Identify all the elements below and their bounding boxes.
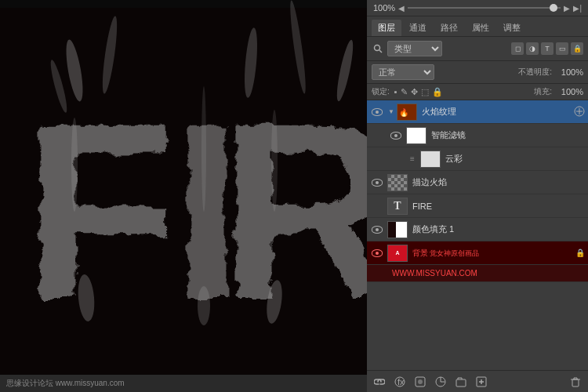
add-adjustment-button[interactable] [433, 374, 448, 390]
tab-adjustments[interactable]: 调整 [497, 20, 527, 36]
layer-clouds[interactable]: ≡ 云彩 [367, 147, 588, 171]
opacity-value: 100% [555, 67, 583, 77]
lock-label: 锁定: [372, 86, 390, 97]
bottom-toolbar: fx [367, 370, 588, 392]
layer-name-background: 背景觉女神原创画品 [412, 248, 574, 259]
link-layers-button[interactable] [372, 374, 387, 390]
blend-row: 正常 不透明度: 100% [367, 61, 588, 84]
layer-smart-filter[interactable]: 智能滤镜 [367, 124, 588, 147]
filter-pixel-icon[interactable]: ◻ [511, 42, 524, 55]
thumb-stroke-fire [387, 174, 408, 191]
svg-text:F: F [24, 71, 176, 351]
svg-point-28 [418, 379, 423, 384]
opacity-label: 不透明度: [518, 67, 552, 78]
zoom-right-arrow[interactable]: ▶ [564, 4, 570, 13]
svg-point-15 [271, 110, 278, 212]
layer-fire-texture[interactable]: ▼ 🔥 火焰纹理 [367, 100, 588, 124]
panels-area: 100% ◀ ▶ ▶| 图层 通道 路径 属性 调整 类型 [367, 0, 588, 392]
watermark-text: 思缘设计论坛 www.missyuan.com [6, 378, 125, 389]
svg-rect-30 [456, 379, 466, 387]
thumb-smart-filter [406, 127, 426, 144]
layer-type-select[interactable]: 类型 [387, 41, 442, 56]
svg-line-17 [379, 50, 382, 53]
svg-point-13 [71, 118, 78, 212]
svg-rect-34 [572, 379, 579, 387]
zoom-slider[interactable] [408, 7, 561, 9]
search-icon [372, 42, 384, 55]
canvas-area: F I R [0, 0, 367, 392]
watermark-url-row: WWW.MISSYUAN.COM [367, 265, 588, 282]
tab-bar: 图层 通道 路径 属性 调整 [367, 16, 588, 37]
thumb-background: A [387, 245, 408, 262]
fill-value: 100% [555, 87, 583, 96]
layer-name-color-fill: 颜色填充 1 [412, 223, 585, 235]
eye-color-fill[interactable] [370, 223, 384, 237]
svg-rect-23 [407, 128, 426, 143]
bottom-bar: 思缘设计论坛 www.missyuan.com [0, 375, 367, 392]
svg-point-14 [201, 86, 206, 212]
opacity-row: 不透明度: 100% [518, 67, 583, 78]
watermark-url: WWW.MISSYUAN.COM [370, 269, 477, 278]
lock-artboard-icon[interactable]: ⬚ [421, 87, 429, 97]
canvas-svg: F I R [0, 0, 367, 392]
filter-shape-icon[interactable]: ▭ [556, 42, 568, 55]
background-lock-icon: 🔒 [575, 249, 585, 258]
svg-rect-24 [421, 151, 440, 167]
svg-text:R: R [220, 71, 367, 351]
zoom-bar: 100% ◀ ▶ ▶| [367, 0, 588, 16]
layer-name-smart-filter: 智能滤镜 [431, 129, 585, 141]
lock-move-icon[interactable]: ✥ [411, 87, 418, 97]
svg-text:🔥: 🔥 [399, 107, 409, 118]
svg-point-16 [375, 45, 380, 51]
eye-background[interactable] [370, 246, 384, 260]
filter-icons: ◻ ◑ T ▭ 🔒 [511, 42, 583, 55]
layer-name-fire-texture: 火焰纹理 [422, 106, 571, 118]
blend-mode-select[interactable]: 正常 [372, 64, 434, 80]
zoom-left-arrow[interactable]: ◀ [398, 4, 405, 13]
filter-adjust-icon[interactable]: ◑ [526, 42, 539, 55]
filter-smart-icon[interactable]: 🔒 [571, 42, 583, 55]
svg-text:fx: fx [397, 377, 405, 387]
layer-fire-text[interactable]: T FIRE [367, 194, 588, 218]
add-group-button[interactable] [453, 374, 469, 390]
main-container: F I R [0, 0, 588, 392]
eye-fire-text[interactable] [370, 199, 384, 213]
lock-draw-icon[interactable]: ✎ [401, 87, 408, 97]
layer-color-fill[interactable]: 颜色填充 1 [367, 218, 588, 241]
layer-name-clouds: 云彩 [445, 153, 585, 165]
layer-fx-icon [574, 106, 585, 118]
zoom-max-arrow[interactable]: ▶| [573, 4, 582, 13]
eye-smart-filter[interactable] [389, 129, 403, 143]
add-layer-button[interactable] [474, 374, 489, 390]
tab-properties[interactable]: 属性 [466, 20, 495, 36]
layer-stroke-fire[interactable]: 描边火焰 [367, 171, 588, 194]
chain-icon-clouds: ≡ [406, 153, 419, 165]
fill-label: 填充: [534, 86, 552, 97]
lock-row: 锁定: ▪ ✎ ✥ ⬚ 🔒 填充: 100% [367, 84, 588, 100]
svg-point-11 [198, 286, 210, 325]
thumb-fire-text: T [387, 198, 408, 215]
add-mask-button[interactable] [412, 374, 428, 390]
lock-pixel-icon[interactable]: ▪ [394, 87, 397, 96]
layer-name-stroke-fire: 描边火焰 [412, 176, 585, 188]
add-style-button[interactable]: fx [392, 374, 408, 390]
tab-paths[interactable]: 路径 [434, 20, 464, 36]
eye-fire-texture[interactable] [370, 105, 384, 119]
zoom-slider-thumb[interactable] [550, 4, 557, 12]
eye-stroke-fire[interactable] [370, 176, 384, 190]
expand-fire-texture[interactable]: ▼ [387, 108, 395, 116]
eye-clouds[interactable] [389, 152, 403, 166]
filter-text-icon[interactable]: T [541, 42, 554, 55]
layer-background[interactable]: A 背景觉女神原创画品 🔒 [367, 241, 588, 265]
lock-all-icon[interactable]: 🔒 [432, 87, 443, 97]
fill-row: 填充: 100% [534, 86, 583, 97]
thumb-color-fill [387, 221, 408, 238]
thumb-fire-texture: 🔥 [397, 103, 417, 121]
tab-layers[interactable]: 图层 [372, 20, 401, 36]
layers-list[interactable]: ▼ 🔥 火焰纹理 智能滤镜 [367, 100, 588, 370]
thumb-clouds [420, 151, 441, 168]
filter-row: 类型 ◻ ◑ T ▭ 🔒 [367, 37, 588, 61]
delete-layer-button[interactable] [568, 374, 583, 390]
zoom-slider-container [408, 7, 561, 9]
tab-channels[interactable]: 通道 [403, 20, 433, 36]
